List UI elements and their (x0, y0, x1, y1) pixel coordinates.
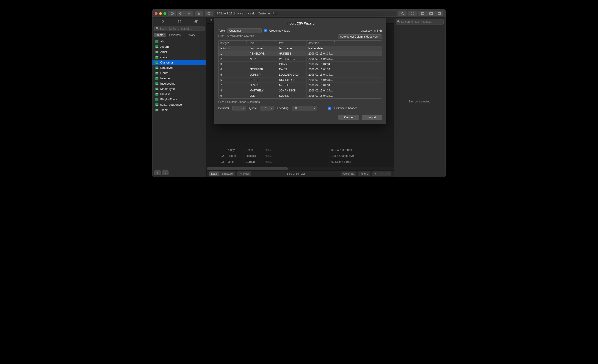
database-icon[interactable] (171, 19, 188, 25)
svg-line-9 (403, 14, 404, 15)
csv-cell: JOHANSSON (277, 88, 307, 93)
csv-cell (336, 56, 382, 61)
sidebar-item-invoice[interactable]: Invoice (152, 76, 206, 81)
toolbar-group-history (168, 11, 193, 16)
delimiter-select[interactable]: , (232, 106, 246, 110)
csv-cell: 9 (218, 93, 248, 98)
type-stepper[interactable]: ▲▼ (275, 41, 276, 44)
columns-note: CSV 4 columns, import 4 columns (218, 100, 382, 104)
add-item-menu-button[interactable]: ⌄ (162, 170, 168, 175)
csv-cell: 6 (218, 77, 248, 83)
svg-rect-16 (430, 12, 432, 15)
sidebar-item-sqlite_sequence[interactable]: sqlite_sequence (152, 102, 206, 107)
add-item-button[interactable]: ＋ (154, 170, 161, 175)
minimize-window-button[interactable] (159, 12, 162, 15)
main-body: SQL 🔍 Items Favorites History abcAlbumAr… (152, 18, 446, 177)
zoom-window-button[interactable] (164, 12, 166, 15)
quote-select[interactable]: " (260, 106, 274, 110)
sidebar-item-playlisttrack[interactable]: PlaylistTrack (152, 97, 206, 102)
plug-icon[interactable] (154, 19, 171, 25)
type-stepper[interactable]: ▲▼ (246, 41, 247, 44)
sidebar-item-class[interactable]: class (152, 55, 206, 60)
csv-cell: 4 (218, 67, 248, 72)
table-icon (155, 61, 158, 64)
lock-icon[interactable] (195, 11, 203, 16)
panel-bottom-icon[interactable] (427, 11, 435, 16)
sql-icon[interactable]: SQL (188, 19, 205, 25)
preview-icon[interactable] (176, 11, 185, 16)
csv-data-row[interactable]: 2NICKWAHLBERG2006-02-15 04:34… (218, 56, 382, 61)
sidebar-search: 🔍 (154, 26, 205, 31)
table-icon (155, 56, 158, 59)
sidebar-item-customer[interactable]: Customer (152, 60, 206, 65)
sidebar-item-genre[interactable]: Genre (152, 70, 206, 76)
sidebar-item-playlist[interactable]: Playlist (152, 91, 206, 97)
csv-data-row[interactable]: 9JOESWANK2006-02-15 04:34… (218, 93, 382, 98)
encoding-select[interactable]: utf8 (292, 106, 317, 110)
sidebar-tabs: Items Favorites History (152, 33, 206, 39)
app-window: SQLite 3.27.2 : Nice : nice.db : Custome… (152, 9, 446, 177)
csv-cell: BETTE (248, 77, 277, 83)
search-icon[interactable] (398, 11, 407, 16)
csv-cell: first_name (248, 46, 277, 51)
type-stepper[interactable]: ▲▼ (304, 41, 306, 44)
svg-text:SQL: SQL (195, 21, 197, 23)
sidebar-item-invoiceline[interactable]: InvoiceLine (152, 81, 206, 86)
first-line-header-checkbox[interactable]: ✓ (328, 107, 331, 110)
table-icon (155, 88, 158, 90)
field-search-input[interactable] (396, 19, 444, 25)
refresh-icon[interactable] (205, 11, 213, 16)
type-stepper[interactable]: ▲▼ (334, 41, 335, 44)
sidebar-tab-favorites[interactable]: Favorites (167, 33, 183, 37)
table-icon (155, 77, 158, 80)
svg-point-8 (401, 12, 403, 14)
csv-data-row[interactable]: 6BETTENICHOLSON2006-02-15 04:34… (218, 77, 382, 83)
sidebar-item-album[interactable]: Album (152, 44, 206, 49)
csv-cell: ED (248, 62, 277, 67)
csv-cell: LOLLOBRIGIDA (277, 72, 307, 77)
csv-data-row: 1PENELOPEGUINESS2006-02-15 04:34… (218, 51, 382, 56)
csv-cell: JOE (248, 93, 277, 98)
csv-data-row[interactable]: 4JENNIFERDAVIS2006-02-15 04:34… (218, 67, 382, 72)
sidebar-search-input[interactable] (154, 26, 205, 31)
csv-cell: JENNIFER (248, 67, 277, 72)
autodetect-select[interactable]: Auto detect Columns data type (338, 34, 382, 39)
csv-data-row[interactable]: 7GRACEMOSTEL2006-02-15 04:34… (218, 83, 382, 88)
csv-cell: 2006-02-15 04:34… (307, 67, 336, 72)
csv-cell: 7 (218, 83, 248, 88)
sidebar-bottom: ＋ ⌄ (152, 169, 206, 177)
table-icon (155, 45, 158, 48)
sidebar-tab-items[interactable]: Items (154, 33, 166, 37)
sidebar-item-artist[interactable]: Artist (152, 49, 206, 55)
sidebar-item-label: MediaType (160, 87, 175, 91)
sidebar-item-label: abc (160, 40, 165, 43)
sidebar-item-employee[interactable]: Employee (152, 65, 206, 70)
sidebar-item-label: Genre (160, 71, 168, 75)
panel-left-icon[interactable] (418, 11, 427, 16)
import-button[interactable]: Import (362, 115, 382, 120)
sidebar-item-abc[interactable]: abc (152, 39, 206, 44)
csv-cell: NICHOLSON (277, 77, 307, 83)
cancel-button[interactable]: Cancel (338, 115, 359, 120)
panel-layout-icon[interactable] (185, 11, 193, 16)
csv-cell: 1 (218, 51, 248, 56)
quote-label: Quote (249, 107, 257, 110)
csv-preview-table: integer▲▼text▲▼text▲▼datetime▲▼actor_idf… (218, 40, 382, 99)
create-new-checkbox[interactable]: ✓ (264, 29, 267, 32)
csv-data-row[interactable]: 8MATTHEWJOHANSSON2006-02-15 04:34… (218, 88, 382, 93)
panel-right-icon[interactable] (435, 11, 443, 16)
table-select[interactable]: Customer (227, 28, 262, 33)
sidebar-item-track[interactable]: Track (152, 107, 206, 113)
csv-data-row[interactable]: 3EDCHASE2006-02-15 04:34… (218, 61, 382, 67)
sidebar-tab-history[interactable]: History (184, 33, 197, 37)
file-info: actor.csv - 8.4 kB (361, 29, 382, 32)
csv-data-row[interactable]: 5JOHNNYLOLLOBRIGIDA2006-02-15 04:34… (218, 72, 382, 77)
sidebar-item-mediatype[interactable]: MediaType (152, 86, 206, 91)
traffic-lights (155, 12, 166, 15)
svg-rect-7 (198, 13, 200, 15)
csv-cell (336, 67, 382, 72)
kill-button[interactable] (168, 11, 176, 16)
close-window-button[interactable] (155, 12, 158, 15)
sidebar-item-label: InvoiceLine (160, 82, 175, 85)
grid-icon[interactable] (408, 11, 417, 16)
